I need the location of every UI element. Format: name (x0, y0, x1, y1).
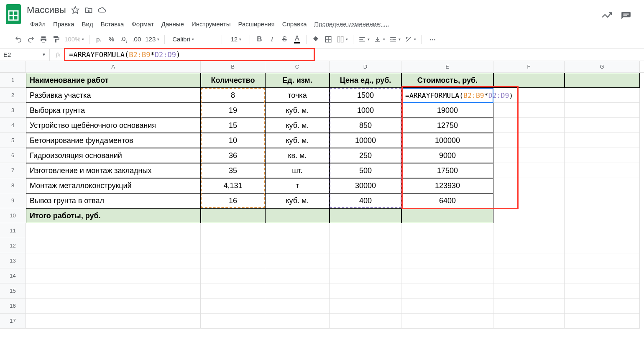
cell[interactable]: 1000 (330, 103, 401, 118)
col-header-D[interactable]: D (330, 61, 401, 72)
document-title[interactable]: Массивы (27, 5, 66, 15)
cell[interactable] (330, 283, 401, 298)
cell[interactable]: 16 (201, 193, 265, 208)
cell[interactable] (401, 298, 493, 314)
cell[interactable] (493, 193, 565, 208)
row-header[interactable]: 7 (0, 163, 26, 178)
cell[interactable] (201, 314, 265, 329)
cell[interactable] (565, 193, 640, 208)
cell-C2[interactable]: точка (265, 88, 330, 103)
sheets-logo[interactable] (5, 3, 22, 25)
cell[interactable]: Гидроизоляция оснований (26, 148, 201, 163)
cell[interactable] (493, 298, 565, 314)
cell[interactable] (265, 314, 330, 329)
cell[interactable]: 400 (330, 193, 401, 208)
cell-E1[interactable]: Стоимость, руб. (401, 73, 493, 88)
row-header[interactable]: 15 (0, 283, 26, 298)
menu-data[interactable]: Данные (158, 19, 187, 29)
row-header[interactable]: 10 (0, 208, 26, 223)
cell[interactable]: 9000 (401, 148, 493, 163)
cell[interactable] (265, 283, 330, 298)
cell[interactable] (330, 268, 401, 283)
cell[interactable]: 36 (201, 148, 265, 163)
cell[interactable]: кв. м. (265, 148, 330, 163)
cell[interactable] (265, 268, 330, 283)
cell[interactable] (565, 178, 640, 193)
comments-icon[interactable] (621, 11, 631, 22)
cell[interactable] (565, 298, 640, 314)
text-color-button[interactable]: A (291, 33, 303, 45)
zoom-dropdown[interactable]: 100% (63, 33, 86, 45)
cell[interactable]: 19 (201, 103, 265, 118)
cell[interactable]: 6400 (401, 193, 493, 208)
cell[interactable] (493, 208, 565, 223)
cell[interactable] (565, 223, 640, 238)
fill-color-button[interactable] (310, 33, 322, 45)
row-header[interactable]: 14 (0, 268, 26, 283)
valign-dropdown[interactable] (372, 33, 387, 45)
cell[interactable] (201, 223, 265, 238)
cell[interactable] (330, 314, 401, 329)
cell[interactable] (493, 314, 565, 329)
cell[interactable]: куб. м. (265, 193, 330, 208)
cell[interactable] (26, 238, 201, 253)
cell[interactable] (26, 223, 201, 238)
cell[interactable] (565, 118, 640, 133)
cell-C1[interactable]: Ед. изм. (265, 73, 330, 88)
col-header-G[interactable]: G (565, 61, 640, 72)
cell[interactable] (401, 268, 493, 283)
cell[interactable] (401, 314, 493, 329)
formula-bar[interactable]: =ARRAYFORMULA(B2:B9*D2:D9) (66, 49, 644, 61)
cell[interactable] (565, 283, 640, 298)
cell[interactable]: 12750 (401, 118, 493, 133)
strike-button[interactable]: S (279, 33, 290, 45)
menu-format[interactable]: Формат (128, 19, 157, 29)
cell[interactable]: т (265, 178, 330, 193)
row-header[interactable]: 6 (0, 148, 26, 163)
cell[interactable] (565, 133, 640, 148)
rotate-dropdown[interactable] (403, 33, 418, 45)
halign-dropdown[interactable] (357, 33, 371, 45)
select-all-corner[interactable] (0, 61, 26, 72)
cell[interactable] (401, 253, 493, 268)
row-header[interactable]: 4 (0, 118, 26, 133)
cloud-status-icon[interactable] (98, 6, 106, 14)
cell[interactable] (201, 253, 265, 268)
undo-button[interactable] (13, 33, 24, 45)
menu-help[interactable]: Справка (279, 19, 310, 29)
merge-dropdown[interactable] (335, 33, 350, 45)
cell[interactable] (565, 314, 640, 329)
row-header[interactable]: 17 (0, 314, 26, 329)
cell[interactable]: 30000 (330, 178, 401, 193)
cell[interactable] (330, 238, 401, 253)
cell[interactable] (265, 208, 330, 223)
menu-insert[interactable]: Вставка (97, 19, 128, 29)
row-header[interactable]: 13 (0, 253, 26, 268)
cell[interactable] (265, 253, 330, 268)
col-header-F[interactable]: F (493, 61, 565, 72)
cell[interactable] (493, 163, 565, 178)
menu-file[interactable]: Файл (27, 19, 49, 29)
cell[interactable]: 123930 (401, 178, 493, 193)
cell[interactable]: шт. (265, 163, 330, 178)
cell[interactable] (493, 103, 565, 118)
cell[interactable] (26, 268, 201, 283)
currency-button[interactable]: р. (93, 33, 105, 45)
cell[interactable] (330, 223, 401, 238)
cell[interactable] (493, 268, 565, 283)
cell[interactable]: 10 (201, 133, 265, 148)
move-folder-icon[interactable] (84, 6, 93, 14)
row-header[interactable]: 9 (0, 193, 26, 208)
cell[interactable]: 250 (330, 148, 401, 163)
cell[interactable]: куб. м. (265, 133, 330, 148)
cell[interactable]: куб. м. (265, 118, 330, 133)
cell[interactable] (401, 208, 493, 223)
col-header-E[interactable]: E (401, 61, 493, 72)
cell-total-label[interactable]: Итого работы, руб. (26, 208, 201, 223)
cell[interactable]: 15 (201, 118, 265, 133)
menu-edit[interactable]: Правка (50, 19, 78, 29)
more-toolbar-button[interactable]: ⋯ (427, 33, 439, 45)
cell-B1[interactable]: Количество (201, 73, 265, 88)
cell[interactable] (493, 223, 565, 238)
cell[interactable]: 10000 (330, 133, 401, 148)
